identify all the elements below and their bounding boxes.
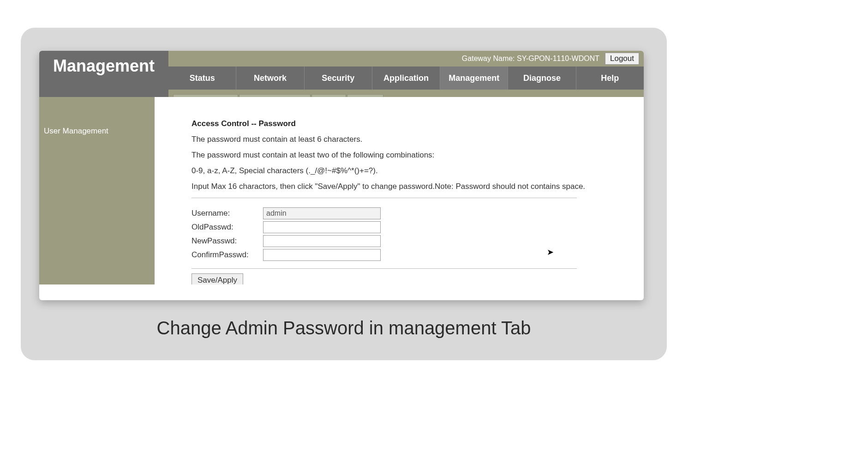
tab-application[interactable]: Application — [372, 67, 440, 90]
brand-title-text: Management — [53, 56, 155, 76]
tab-security[interactable]: Security — [305, 67, 372, 90]
password-rule-1: The password must contain at least 6 cha… — [192, 135, 625, 144]
tab-diagnose-label: Diagnose — [523, 73, 561, 83]
newpass-label: NewPasswd: — [192, 234, 263, 248]
tab-network[interactable]: Network — [236, 67, 304, 90]
tab-application-label: Application — [383, 73, 429, 83]
oldpass-label: OldPasswd: — [192, 220, 263, 234]
username-input[interactable] — [263, 207, 381, 219]
password-rule-4: Input Max 16 charactors, then click "Sav… — [192, 182, 625, 191]
tab-management[interactable]: Management — [440, 67, 508, 90]
top-strip: Gateway Name: SY-GPON-1110-WDONT Logout — [168, 51, 644, 67]
content-area: Access Control -- Password The password … — [155, 97, 644, 284]
outer-card: Management Gateway Name: SY-GPON-1110-WD… — [21, 28, 667, 360]
sidebar: User Management — [39, 97, 155, 284]
main-tab-bar: Status Network Security Application Mana… — [168, 67, 644, 91]
username-label: Username: — [192, 206, 263, 220]
sidebar-item-label: User Management — [44, 127, 108, 135]
tab-security-label: Security — [322, 73, 354, 83]
password-rule-3: 0-9, a-z, A-Z, Special characters (._/@!… — [192, 166, 625, 175]
tab-status[interactable]: Status — [168, 67, 236, 90]
new-password-input[interactable] — [263, 235, 381, 247]
router-admin-window: Management Gateway Name: SY-GPON-1110-WD… — [39, 51, 644, 300]
tab-help-label: Help — [601, 73, 619, 83]
save-apply-button[interactable]: Save/Apply — [192, 273, 243, 284]
sidebar-item-user-management[interactable]: User Management — [44, 127, 150, 136]
tab-management-label: Management — [449, 73, 499, 83]
body-row: User Management Access Control -- Passwo… — [39, 97, 644, 284]
password-rule-2: The password must contain at least two o… — [192, 151, 625, 160]
tab-network-label: Network — [254, 73, 287, 83]
cursor-icon: ➤ — [547, 247, 554, 257]
tab-status-label: Status — [190, 73, 215, 83]
tab-diagnose[interactable]: Diagnose — [508, 67, 576, 90]
password-form: Username: OldPasswd: NewPasswd: ConfirmP… — [192, 206, 383, 262]
content-title: Access Control -- Password — [192, 119, 625, 128]
old-password-input[interactable] — [263, 221, 381, 233]
confirm-password-input[interactable] — [263, 249, 381, 261]
figure-caption: Change Admin Password in management Tab — [39, 318, 648, 339]
confirmpass-label: ConfirmPasswd: — [192, 248, 263, 262]
logout-button[interactable]: Logout — [605, 53, 639, 65]
divider-bottom — [192, 268, 577, 269]
gateway-name-label: Gateway Name: SY-GPON-1110-WDONT — [462, 54, 599, 63]
divider-top — [192, 198, 577, 198]
tab-help[interactable]: Help — [576, 67, 644, 90]
brand-title: Management — [39, 51, 168, 97]
